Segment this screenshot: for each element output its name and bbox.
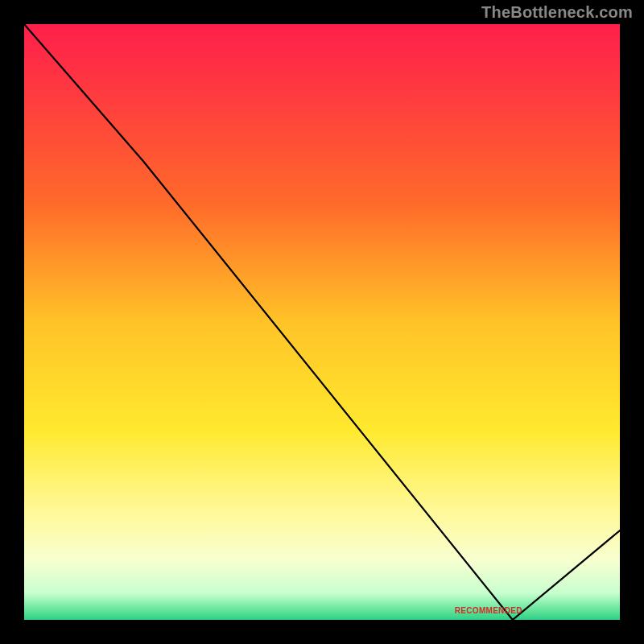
gradient-background (24, 24, 620, 620)
watermark-text: TheBottleneck.com (481, 3, 633, 22)
plot-area: RECOMMENDED (24, 24, 620, 620)
chart-svg (24, 24, 620, 620)
recommended-annotation: RECOMMENDED (455, 606, 522, 615)
chart-container: TheBottleneck.com RECOMMENDED (0, 0, 644, 644)
